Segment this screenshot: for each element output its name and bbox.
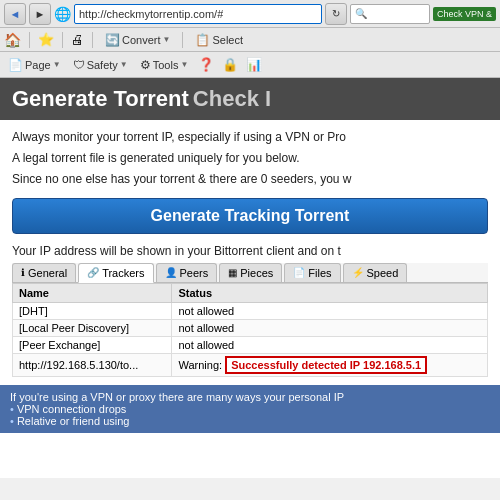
content-body: Always monitor your torrent IP, especial… (0, 120, 500, 385)
address-text: http://checkmytorrentip.com/# (79, 8, 223, 20)
safety-chevron: ▼ (120, 60, 128, 69)
row1-name: [DHT] (13, 302, 172, 319)
help-icon[interactable]: ❓ (198, 57, 214, 72)
warning-text: If you're using a VPN or proxy there are… (10, 391, 490, 403)
table-row: [Peer Exchange] not allowed (13, 336, 488, 353)
globe-icon: 🌐 (54, 6, 71, 22)
row3-name: [Peer Exchange] (13, 336, 172, 353)
files-icon: 📄 (293, 267, 305, 278)
row1-status: not allowed (172, 302, 488, 319)
address-field[interactable]: http://checkmytorrentip.com/# (74, 4, 322, 24)
content-header: Generate Torrent Check I (0, 78, 500, 120)
bullet-vpn-label: VPN connection drops (17, 403, 126, 415)
tab-general-label: General (28, 267, 67, 279)
para3: Since no one else has your torrent & the… (12, 170, 488, 189)
favorites-icon[interactable]: ⭐ (38, 32, 54, 47)
col-name-header: Name (13, 283, 172, 302)
addon-icon2: 📊 (246, 57, 262, 72)
trackers-table: Name Status [DHT] not allowed [Local Pee… (12, 283, 488, 377)
select-menu-item[interactable]: 📋 Select (191, 31, 247, 49)
refresh-button[interactable]: ↻ (325, 3, 347, 25)
peers-icon: 👤 (165, 267, 177, 278)
pieces-icon: ▦ (228, 267, 237, 278)
safety-label: Safety (87, 59, 118, 71)
bullet-icon2: • (10, 415, 14, 427)
tools-menu[interactable]: ⚙ Tools ▼ (136, 56, 193, 74)
tab-speed[interactable]: ⚡ Speed (343, 263, 408, 282)
row4-name: http://192.168.5.130/to... (13, 353, 172, 376)
tab-peers[interactable]: 👤 Peers (156, 263, 218, 282)
ip-detected-badge: Successfully detected IP 192.168.5.1 (225, 356, 427, 374)
safety-icon: 🛡 (73, 58, 85, 72)
convert-icon: 🔄 (105, 33, 120, 47)
page-label: Page (25, 59, 51, 71)
page-icon: 📄 (8, 58, 23, 72)
heading-white: Generate Torrent (12, 86, 189, 112)
para1: Always monitor your torrent IP, especial… (12, 128, 488, 147)
search-icon: 🔍 (355, 8, 367, 19)
convert-chevron: ▼ (163, 35, 171, 44)
tab-speed-label: Speed (367, 267, 399, 279)
vpn-badge: Check VPN & (433, 7, 496, 21)
forward-button[interactable]: ► (29, 3, 51, 25)
page-menu[interactable]: 📄 Page ▼ (4, 56, 65, 74)
table-row: [Local Peer Discovery] not allowed (13, 319, 488, 336)
table-row-highlight: http://192.168.5.130/to... Warning: Succ… (13, 353, 488, 376)
ip-note: Your IP address will be shown in your Bi… (12, 242, 488, 261)
browser-content: Generate Torrent Check I Always monitor … (0, 78, 500, 478)
page-wrapper: Generate Torrent Check I Always monitor … (0, 78, 500, 478)
tools-icon: ⚙ (140, 58, 151, 72)
speed-icon: ⚡ (352, 267, 364, 278)
bullet-relative: • Relative or friend using (10, 415, 490, 427)
heading-gray: Check I (193, 86, 271, 112)
search-box[interactable]: 🔍 (350, 4, 430, 24)
menu-bar: 🏠 ⭐ 🖨 🔄 Convert ▼ 📋 Select (0, 28, 500, 52)
address-bar-row: ◄ ► 🌐 http://checkmytorrentip.com/# ↻ 🔍 … (0, 0, 500, 28)
select-label: Select (212, 34, 243, 46)
page-chevron: ▼ (53, 60, 61, 69)
addon-icon1: 🔒 (222, 57, 238, 72)
separator2 (62, 32, 63, 48)
col-status-header: Status (172, 283, 488, 302)
tab-files[interactable]: 📄 Files (284, 263, 340, 282)
home-icon[interactable]: 🏠 (4, 32, 21, 48)
safety-menu[interactable]: 🛡 Safety ▼ (69, 56, 132, 74)
row3-status: not allowed (172, 336, 488, 353)
tab-trackers[interactable]: 🔗 Trackers (78, 263, 153, 283)
bullet-icon: • (10, 403, 14, 415)
bullet-vpn: • VPN connection drops (10, 403, 490, 415)
tab-pieces[interactable]: ▦ Pieces (219, 263, 282, 282)
convert-label: Convert (122, 34, 161, 46)
convert-menu-item[interactable]: 🔄 Convert ▼ (101, 31, 174, 49)
row2-name: [Local Peer Discovery] (13, 319, 172, 336)
tab-pieces-label: Pieces (240, 267, 273, 279)
print-icon[interactable]: 🖨 (71, 32, 84, 47)
tab-peers-label: Peers (180, 267, 209, 279)
generate-torrent-button[interactable]: Generate Tracking Torrent (12, 198, 488, 234)
separator4 (182, 32, 183, 48)
trackers-icon: 🔗 (87, 267, 99, 278)
tab-files-label: Files (308, 267, 331, 279)
ie-toolbar: 📄 Page ▼ 🛡 Safety ▼ ⚙ Tools ▼ ❓ 🔒 📊 (0, 52, 500, 78)
para2: A legal torrent file is generated unique… (12, 149, 488, 168)
tools-chevron: ▼ (180, 60, 188, 69)
tools-label: Tools (153, 59, 179, 71)
tab-general[interactable]: ℹ General (12, 263, 76, 282)
tab-trackers-label: Trackers (102, 267, 144, 279)
tabs-bar: ℹ General 🔗 Trackers 👤 Peers ▦ Pieces 📄 (12, 263, 488, 283)
select-icon: 📋 (195, 33, 210, 47)
back-button[interactable]: ◄ (4, 3, 26, 25)
general-icon: ℹ (21, 267, 25, 278)
row4-status: Warning: Successfully detected IP 192.16… (172, 353, 488, 376)
bottom-warning: If you're using a VPN or proxy there are… (0, 385, 500, 433)
separator (29, 32, 30, 48)
table-row: [DHT] not allowed (13, 302, 488, 319)
bullet-relative-label: Relative or friend using (17, 415, 130, 427)
separator3 (92, 32, 93, 48)
row2-status: not allowed (172, 319, 488, 336)
